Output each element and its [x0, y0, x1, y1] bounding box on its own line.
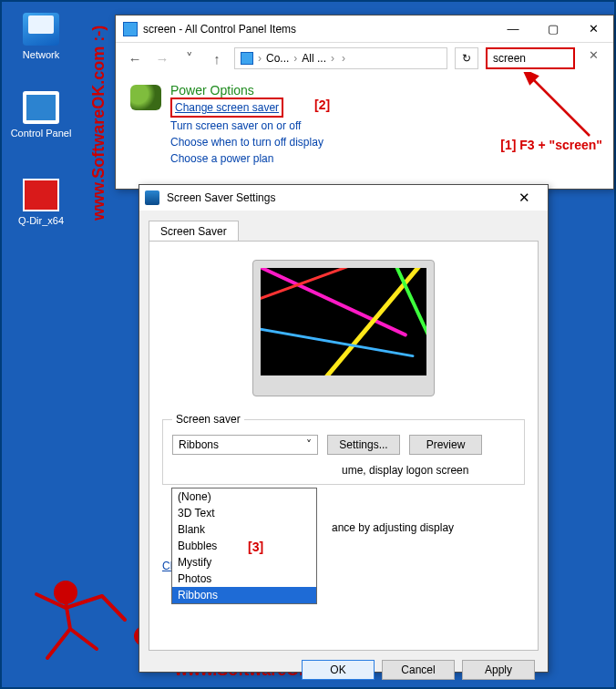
forward-button[interactable]: → [152, 51, 172, 67]
power-options-icon [130, 85, 161, 110]
maximize-button[interactable]: ▢ [533, 16, 573, 42]
desktop-icon-network[interactable]: Network [9, 13, 73, 60]
clear-search-button[interactable]: ✕ [582, 48, 604, 68]
dialog-title: Screen Saver Settings [167, 191, 506, 204]
dropdown-item[interactable]: Photos [172, 571, 316, 587]
screensaver-dialog: Screen Saver Settings ✕ Screen Saver Scr… [139, 184, 549, 673]
breadcrumb-icon [241, 52, 253, 65]
desktop-icon-qdir[interactable]: Q-Dir_x64 [9, 179, 73, 226]
dropdown-selected: Ribbons [179, 438, 219, 451]
chevron-down-icon: ˅ [306, 438, 312, 451]
apply-button[interactable]: Apply [462, 660, 535, 680]
history-dropdown[interactable]: ˅ [180, 50, 200, 67]
qdir-icon [23, 179, 59, 211]
dialog-icon [145, 190, 159, 205]
up-button[interactable]: ↑ [207, 51, 227, 67]
dropdown-item[interactable]: 3D Text [172, 505, 316, 521]
annotation-1: [1] F3 + "screen" [500, 138, 602, 152]
dropdown-item[interactable]: Bubbles [172, 538, 316, 554]
desktop-icon-label: Control Panel [11, 128, 72, 139]
result-link[interactable]: Turn screen saver on or off [170, 118, 323, 134]
desktop-icon-label: Network [23, 49, 59, 60]
result-link[interactable]: Choose a power plan [170, 150, 323, 167]
result-heading[interactable]: Power Options [170, 83, 323, 98]
result-link-change-screen-saver[interactable]: Change screen saver [170, 98, 283, 118]
screensaver-group: Screen saver Ribbons ˅ Settings... Previ… [162, 413, 525, 485]
search-results: Power Options Change screen saver [2] Tu… [116, 74, 613, 176]
search-value: screen [493, 52, 526, 65]
svg-point-0 [56, 582, 76, 602]
dropdown-item[interactable]: (None) [172, 488, 316, 505]
minimize-button[interactable]: — [493, 16, 533, 42]
breadcrumb-item[interactable]: All ... [302, 52, 326, 65]
preview-button[interactable]: Preview [409, 435, 482, 455]
arrow-annotation-icon [498, 72, 599, 145]
dropdown-item-selected[interactable]: Ribbons [172, 587, 316, 603]
control-panel-icon [23, 91, 59, 124]
svg-line-2 [531, 77, 590, 136]
stick-figure-icon [20, 576, 157, 683]
result-link[interactable]: Choose when to turn off display [170, 134, 323, 150]
tab-screen-saver[interactable]: Screen Saver [149, 221, 239, 242]
dropdown-item[interactable]: Blank [172, 521, 316, 538]
explorer-window: screen - All Control Panel Items — ▢ ✕ ←… [115, 15, 614, 190]
resume-text-partial: ume, display logon screen [342, 464, 515, 477]
screensaver-dropdown-list: (None) 3D Text Blank Bubbles Mystify Pho… [171, 488, 317, 604]
settings-button[interactable]: Settings... [327, 435, 400, 455]
close-button[interactable]: ✕ [573, 16, 613, 42]
watermark-left: www.SoftwareOK.com :-) [89, 26, 108, 221]
address-bar[interactable]: › Co... › All ... › › [234, 47, 447, 69]
power-text-partial: ance by adjusting display [332, 521, 525, 534]
cancel-button[interactable]: Cancel [382, 660, 455, 680]
breadcrumb-item[interactable]: Co... [266, 52, 289, 65]
screensaver-dropdown[interactable]: Ribbons ˅ [172, 435, 318, 455]
dropdown-item[interactable]: Mystify [172, 554, 316, 571]
desktop-icon-control-panel[interactable]: Control Panel [9, 91, 73, 139]
annotation-3: [3] [248, 540, 263, 554]
group-label: Screen saver [172, 413, 244, 426]
back-button[interactable]: ← [125, 51, 145, 67]
screensaver-preview-monitor [252, 260, 435, 396]
ok-button[interactable]: OK [302, 660, 375, 680]
network-icon [23, 13, 59, 46]
refresh-button[interactable]: ↻ [455, 47, 478, 69]
window-title: screen - All Control Panel Items [143, 23, 493, 36]
close-button[interactable]: ✕ [506, 190, 542, 206]
desktop-icon-label: Q-Dir_x64 [18, 215, 64, 226]
annotation-2: [2] [314, 98, 330, 112]
window-icon [123, 22, 138, 36]
search-input[interactable]: screen [486, 47, 575, 69]
